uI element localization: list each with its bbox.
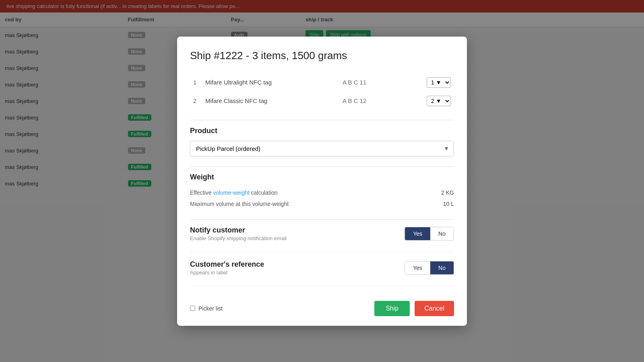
- product-section-label: Product: [190, 127, 454, 135]
- weight-value-2: 10 L: [443, 201, 454, 207]
- notify-no-button[interactable]: No: [430, 227, 454, 240]
- reference-title: Customer's reference: [190, 260, 264, 269]
- picker-list-check-group: Picker list: [190, 305, 369, 312]
- ship-modal-button[interactable]: Ship: [374, 301, 410, 316]
- ship-modal: Ship #1222 - 3 items, 1500 grams 1 Mifar…: [177, 37, 467, 326]
- modal-overlay: Ship #1222 - 3 items, 1500 grams 1 Mifar…: [0, 0, 644, 362]
- notify-customer-section: Notify customer Enable Shopify shipping …: [190, 226, 454, 252]
- cancel-modal-button[interactable]: Cancel: [415, 301, 454, 316]
- product-select-wrapper: PickUp Parcel (ordered)Home DeliveryExpr…: [190, 141, 454, 156]
- items-table: 1 Mifare Ultralight NFC tag A B C 11 1 ▼…: [190, 73, 454, 110]
- item-qty-cell: 2 ▼: [396, 92, 454, 110]
- divider-1: [190, 120, 454, 120]
- item-row: 2 Mifare Classic NFC tag A B C 12 2 ▼: [190, 92, 454, 110]
- modal-footer: Picker list Ship Cancel: [190, 294, 454, 316]
- weight-section: Weight Effective volume-weight calculati…: [190, 173, 454, 210]
- reference-yes-button[interactable]: Yes: [405, 261, 430, 274]
- reference-toggle-row: Customer's reference Appears in label Ye…: [190, 260, 454, 276]
- product-select[interactable]: PickUp Parcel (ordered)Home DeliveryExpr…: [190, 141, 454, 156]
- picker-list-checkbox[interactable]: [190, 306, 195, 311]
- weight-row-1: Effective volume-weight calculation 2 KG: [190, 187, 454, 198]
- reference-toggle-group: Yes No: [405, 261, 454, 275]
- weight-row-2: Maximum volume at this volume-weight 10 …: [190, 198, 454, 210]
- item-num: 2: [190, 92, 202, 110]
- notify-yes-button[interactable]: Yes: [405, 227, 430, 240]
- notify-title: Notify customer: [190, 226, 287, 234]
- item-num: 1: [190, 73, 202, 92]
- item-sku: A B C 11: [339, 73, 396, 92]
- notify-title-group: Notify customer Enable Shopify shipping …: [190, 226, 287, 241]
- modal-title: Ship #1222 - 3 items, 1500 grams: [190, 49, 454, 62]
- weight-value-1: 2 KG: [441, 189, 454, 196]
- reference-desc: Appears in label: [190, 269, 264, 276]
- weight-label-1: Effective volume-weight calculation: [190, 189, 278, 196]
- item-row: 1 Mifare Ultralight NFC tag A B C 11 1 ▼: [190, 73, 454, 92]
- picker-list-label: Picker list: [198, 305, 223, 312]
- item-sku: A B C 12: [339, 92, 396, 110]
- item-qty-select[interactable]: 2 ▼: [427, 96, 451, 106]
- notify-toggle-group: Yes No: [405, 227, 454, 241]
- customer-reference-section: Customer's reference Appears in label Ye…: [190, 260, 454, 286]
- notify-desc: Enable Shopify shipping notification ema…: [190, 235, 287, 241]
- divider-3: [190, 219, 454, 220]
- item-name: Mifare Ultralight NFC tag: [202, 73, 339, 92]
- weight-section-label: Weight: [190, 173, 454, 181]
- item-qty-cell: 1 ▼: [396, 73, 454, 92]
- notify-toggle-row: Notify customer Enable Shopify shipping …: [190, 226, 454, 241]
- divider-2: [190, 166, 454, 167]
- reference-no-button[interactable]: No: [430, 261, 454, 274]
- weight-label-2: Maximum volume at this volume-weight: [190, 201, 289, 207]
- reference-title-group: Customer's reference Appears in label: [190, 260, 264, 276]
- item-qty-select[interactable]: 1 ▼: [427, 77, 451, 88]
- item-name: Mifare Classic NFC tag: [202, 92, 339, 110]
- volume-weight-link[interactable]: volume-weight: [213, 189, 249, 196]
